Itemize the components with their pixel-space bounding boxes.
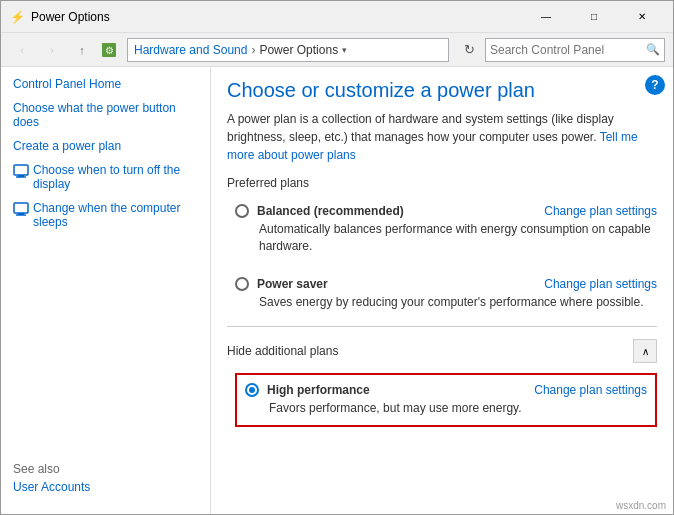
main-description: A power plan is a collection of hardware… bbox=[227, 110, 657, 164]
plan-desc-high-perf: Favors performance, but may use more ene… bbox=[269, 400, 647, 417]
window: ⚡ Power Options — □ ✕ ‹ › ↑ ⚙ Hardware a… bbox=[0, 0, 674, 515]
plan-item-power-saver: Power saver Change plan settings Saves e… bbox=[227, 271, 657, 317]
radio-high-performance[interactable] bbox=[245, 383, 259, 397]
title-bar-buttons: — □ ✕ bbox=[523, 2, 665, 32]
watermark: wsxdn.com bbox=[616, 500, 666, 511]
refresh-button[interactable]: ↻ bbox=[457, 38, 481, 62]
change-plan-power-saver-link[interactable]: Change plan settings bbox=[544, 277, 657, 291]
forward-button[interactable]: › bbox=[39, 37, 65, 63]
plan-item-balanced: Balanced (recommended) Change plan setti… bbox=[227, 198, 657, 261]
plan-name-power-saver: Power saver bbox=[257, 277, 328, 291]
back-button[interactable]: ‹ bbox=[9, 37, 35, 63]
high-performance-box: High performance Change plan settings Fa… bbox=[235, 373, 657, 427]
sidebar-item-user-accounts[interactable]: User Accounts bbox=[13, 480, 198, 494]
sidebar-item-turn-off-display[interactable]: Choose when to turn off the display bbox=[13, 163, 198, 191]
maximize-button[interactable]: □ bbox=[571, 2, 617, 32]
plan-header-balanced: Balanced (recommended) Change plan setti… bbox=[235, 204, 657, 218]
title-bar: ⚡ Power Options — □ ✕ bbox=[1, 1, 673, 33]
breadcrumb: Hardware and Sound › Power Options ▾ bbox=[127, 38, 449, 62]
window-title: Power Options bbox=[31, 10, 523, 24]
sidebar-item-create-plan[interactable]: Create a power plan bbox=[13, 139, 198, 153]
additional-plans-label: Hide additional plans bbox=[227, 344, 338, 358]
close-button[interactable]: ✕ bbox=[619, 2, 665, 32]
breadcrumb-dropdown-icon[interactable]: ▾ bbox=[342, 45, 347, 55]
plan-desc-balanced: Automatically balances performance with … bbox=[259, 221, 657, 255]
minimize-button[interactable]: — bbox=[523, 2, 569, 32]
plan-name-high-perf: High performance bbox=[267, 383, 370, 397]
window-icon: ⚡ bbox=[9, 9, 25, 25]
additional-plans-header[interactable]: Hide additional plans ∧ bbox=[227, 335, 657, 367]
radio-balanced[interactable] bbox=[235, 204, 249, 218]
breadcrumb-sep-1: › bbox=[251, 43, 255, 57]
plan-label-row-balanced: Balanced (recommended) bbox=[235, 204, 404, 218]
breadcrumb-item-2: Power Options bbox=[259, 43, 338, 57]
search-box: 🔍 bbox=[485, 38, 665, 62]
plan-header-high-perf: High performance Change plan settings bbox=[245, 383, 647, 397]
plan-header-power-saver: Power saver Change plan settings bbox=[235, 277, 657, 291]
see-also-title: See also bbox=[13, 462, 198, 476]
search-icon[interactable]: 🔍 bbox=[646, 43, 660, 56]
nav-bar: ‹ › ↑ ⚙ Hardware and Sound › Power Optio… bbox=[1, 33, 673, 67]
monitor-icon bbox=[13, 163, 29, 179]
plan-label-row-power-saver: Power saver bbox=[235, 277, 328, 291]
svg-rect-5 bbox=[14, 203, 28, 213]
content-area: Control Panel Home Choose what the power… bbox=[1, 67, 673, 514]
collapse-icon[interactable]: ∧ bbox=[633, 339, 657, 363]
radio-power-saver[interactable] bbox=[235, 277, 249, 291]
search-input[interactable] bbox=[490, 43, 646, 57]
sidebar-item-power-button[interactable]: Choose what the power button does bbox=[13, 101, 198, 129]
page-title: Choose or customize a power plan bbox=[227, 79, 657, 102]
plan-label-row-high-perf: High performance bbox=[245, 383, 370, 397]
plan-name-balanced: Balanced (recommended) bbox=[257, 204, 404, 218]
location-icon: ⚙ bbox=[101, 42, 117, 58]
plan-desc-power-saver: Saves energy by reducing your computer's… bbox=[259, 294, 657, 311]
breadcrumb-item-1[interactable]: Hardware and Sound bbox=[134, 43, 247, 57]
divider bbox=[227, 326, 657, 327]
sidebar-item-computer-sleeps[interactable]: Change when the computer sleeps bbox=[13, 201, 198, 229]
change-plan-balanced-link[interactable]: Change plan settings bbox=[544, 204, 657, 218]
sidebar-item-control-panel-home[interactable]: Control Panel Home bbox=[13, 77, 198, 91]
help-button[interactable]: ? bbox=[645, 75, 665, 95]
svg-rect-2 bbox=[14, 165, 28, 175]
change-plan-high-perf-link[interactable]: Change plan settings bbox=[534, 383, 647, 397]
sidebar: Control Panel Home Choose what the power… bbox=[1, 67, 211, 514]
sleep-icon bbox=[13, 201, 29, 217]
preferred-plans-label: Preferred plans bbox=[227, 176, 657, 190]
svg-text:⚙: ⚙ bbox=[105, 45, 114, 56]
up-button[interactable]: ↑ bbox=[69, 37, 95, 63]
main-content: ? Choose or customize a power plan A pow… bbox=[211, 67, 673, 514]
